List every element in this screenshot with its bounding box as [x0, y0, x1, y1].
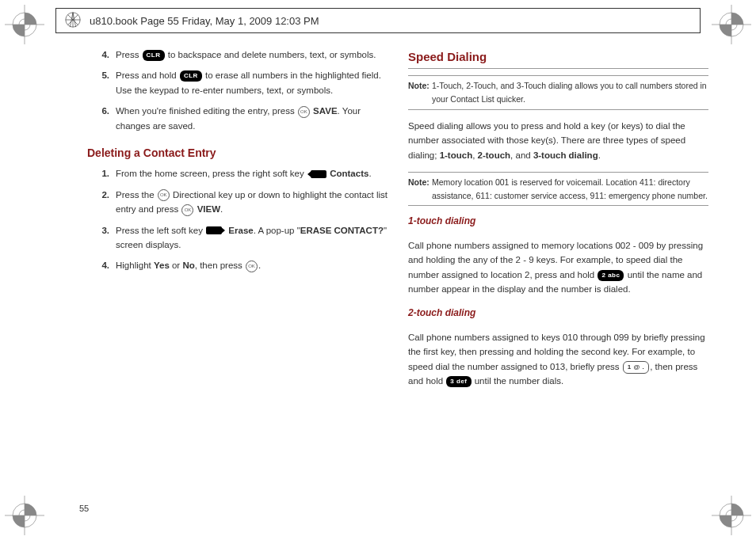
del-step-2: 2. Press the OK Directional key up or do… — [87, 188, 388, 217]
note-1: Note: 1-Touch, 2-Touch, and 3-Touch dial… — [408, 75, 708, 110]
header-text: u810.book Page 55 Friday, May 1, 2009 12… — [90, 15, 319, 27]
note-2: Note: Memory location 001 is reserved fo… — [408, 172, 708, 207]
2touch-body: Call phone numbers assigned to keys 010 … — [408, 330, 708, 389]
crop-mark-br — [712, 496, 751, 535]
heading-2touch: 2-touch dialing — [408, 306, 708, 321]
crop-mark-bl — [5, 496, 44, 535]
key-2abc-icon: 2 abc — [598, 270, 624, 281]
1touch-body: Call phone numbers assigned to memory lo… — [408, 238, 708, 297]
crop-mark-tl — [5, 5, 44, 44]
speed-intro: Speed dialing allows you to press and ho… — [408, 119, 708, 162]
page-number: 55 — [79, 504, 89, 513]
page-header-bar: u810.book Page 55 Friday, May 1, 2009 12… — [55, 8, 701, 33]
left-column: 4. Press CLR to backspace and delete num… — [79, 48, 388, 492]
step-6: 6. When you're finished editing the entr… — [87, 104, 388, 133]
del-step-4: 4. Highlight Yes or No, then press OK. — [87, 258, 388, 272]
right-column: Speed Dialing Note: 1-Touch, 2-Touch, an… — [408, 48, 708, 492]
heading-deleting-contact: Deleting a Contact Entry — [87, 144, 388, 162]
key-3def-icon: 3 def — [446, 376, 471, 387]
delete-steps: 1. From the home screen, press the right… — [87, 166, 388, 272]
del-step-1: 1. From the home screen, press the right… — [87, 166, 388, 181]
clr-key-icon: CLR — [143, 50, 165, 61]
step-5: 5. Press and hold CLR to erase all numbe… — [87, 68, 388, 97]
page-body: 4. Press CLR to backspace and delete num… — [79, 48, 708, 492]
del-step-3: 3. Press the left soft key Erase. A pop-… — [87, 223, 388, 253]
ok-key-icon: OK — [181, 204, 193, 216]
heading-1touch: 1-touch dialing — [408, 214, 708, 229]
clr-key-icon: CLR — [180, 70, 202, 82]
directional-key-icon: OK — [158, 189, 170, 201]
crop-mark-tr — [712, 5, 751, 44]
heading-speed-dialing: Speed Dialing — [408, 48, 708, 69]
key-1-icon: 1 @ . — [623, 361, 649, 374]
step-4: 4. Press CLR to backspace and delete num… — [87, 48, 388, 62]
star-icon — [64, 11, 82, 31]
left-softkey-icon — [206, 226, 222, 234]
ok-key-icon: OK — [246, 260, 258, 272]
edit-steps-cont: 4. Press CLR to backspace and delete num… — [87, 48, 388, 133]
right-softkey-icon — [311, 170, 326, 178]
ok-key-icon: OK — [298, 106, 310, 118]
